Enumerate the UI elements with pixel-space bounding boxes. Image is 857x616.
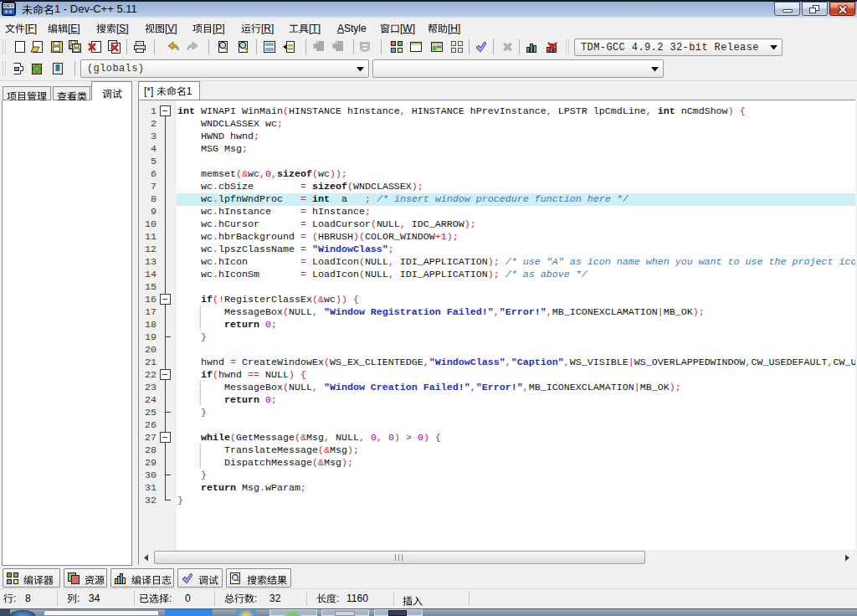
svg-text:DEV: DEV	[4, 3, 14, 8]
